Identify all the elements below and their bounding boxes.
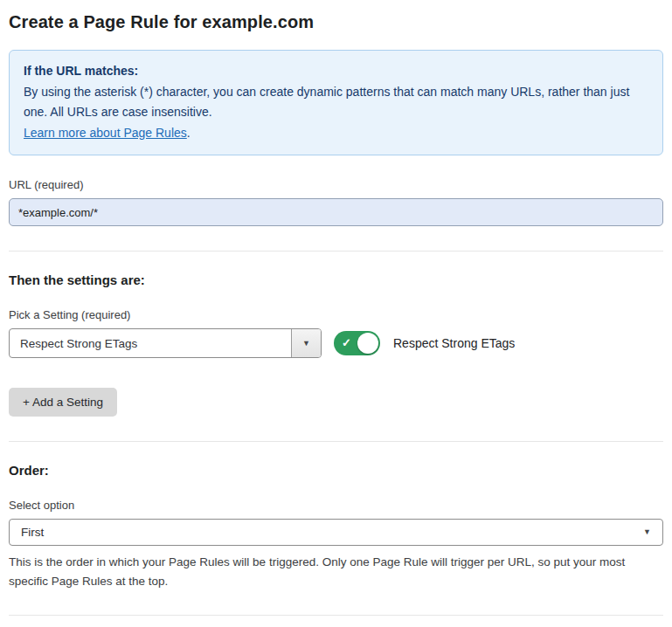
info-box-body: By using the asterisk (*) character, you… xyxy=(24,82,648,123)
add-setting-button[interactable]: + Add a Setting xyxy=(9,388,117,417)
info-box-link-line: Learn more about Page Rules. xyxy=(24,123,648,144)
toggle-knob xyxy=(357,333,378,354)
url-input[interactable] xyxy=(9,198,663,226)
page-title: Create a Page Rule for example.com xyxy=(9,12,663,32)
toggle-label: Respect Strong ETags xyxy=(393,336,515,350)
learn-more-page-rules-link[interactable]: Learn more about Page Rules xyxy=(24,126,187,140)
divider xyxy=(9,251,663,251)
check-icon: ✓ xyxy=(342,336,351,349)
setting-select-value: Respect Strong ETags xyxy=(10,329,291,357)
divider xyxy=(9,615,663,616)
link-suffix-text: . xyxy=(187,126,191,140)
order-help-text: This is the order in which your Page Rul… xyxy=(9,553,663,590)
pick-setting-label: Pick a Setting (required) xyxy=(9,308,663,321)
order-select-value: First xyxy=(21,526,44,539)
create-page-rule-form: Create a Page Rule for example.com If th… xyxy=(0,0,672,627)
url-match-info-box: If the URL matches: By using the asteris… xyxy=(9,50,663,155)
url-required-label: URL (required) xyxy=(9,178,663,191)
order-section-heading: Order: xyxy=(9,463,663,478)
chevron-down-icon: ▼ xyxy=(302,340,310,348)
chevron-down-icon: ▼ xyxy=(643,528,651,536)
setting-row: Respect Strong ETags ▼ ✓ Respect Strong … xyxy=(9,328,663,358)
order-select[interactable]: First ▼ xyxy=(9,519,663,546)
divider xyxy=(9,441,663,442)
respect-strong-etags-toggle[interactable]: ✓ xyxy=(334,331,380,355)
settings-section-heading: Then the settings are: xyxy=(9,272,663,287)
info-box-heading: If the URL matches: xyxy=(24,61,648,82)
order-select-label: Select option xyxy=(9,499,663,512)
setting-select[interactable]: Respect Strong ETags ▼ xyxy=(9,328,322,358)
setting-select-dropdown-button[interactable]: ▼ xyxy=(291,329,321,357)
